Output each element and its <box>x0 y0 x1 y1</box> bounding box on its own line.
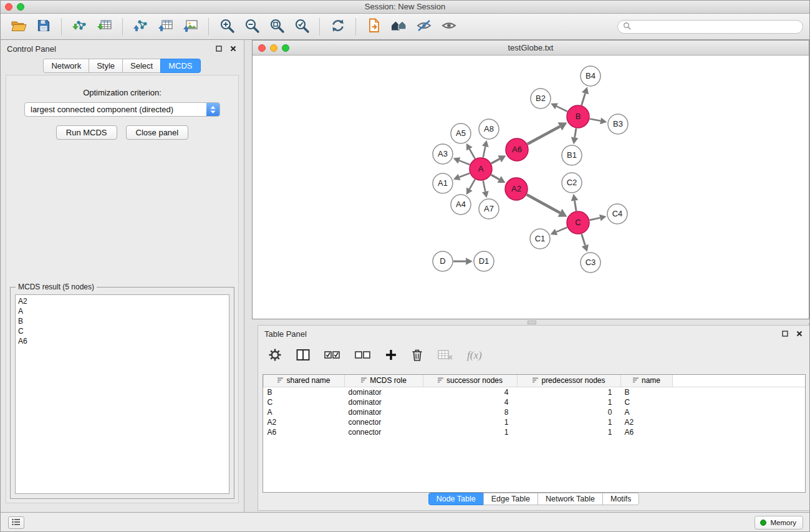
result-item[interactable]: A6 <box>18 336 226 346</box>
table-cell[interactable]: connector <box>345 417 423 427</box>
tab-node-table[interactable]: Node Table <box>428 493 484 505</box>
hide-graphics-button[interactable] <box>412 16 435 37</box>
table-cell[interactable]: 4 <box>423 387 518 397</box>
tab-motifs[interactable]: Motifs <box>602 493 639 505</box>
open-session-button[interactable] <box>7 16 30 37</box>
table-cell[interactable]: 1 <box>423 417 518 427</box>
export-image-button[interactable] <box>179 16 202 37</box>
table-cell[interactable]: A6 <box>264 427 345 437</box>
result-item[interactable]: A2 <box>18 296 226 306</box>
edge-A6-B[interactable] <box>528 127 560 144</box>
network-window-titlebar[interactable]: testGlobe.txt <box>253 41 809 56</box>
table-cell[interactable]: B <box>264 387 345 397</box>
table-cell[interactable]: 0 <box>518 407 621 417</box>
column-header-name[interactable]: name <box>621 375 673 387</box>
table-cell[interactable]: B <box>621 387 673 397</box>
table-cell[interactable]: 1 <box>518 397 621 407</box>
memory-button[interactable]: Memory <box>755 516 803 530</box>
table-cell[interactable]: 1 <box>518 387 621 397</box>
table-cell[interactable]: 1 <box>518 427 621 437</box>
edge-A-A5[interactable] <box>470 149 475 159</box>
zoom-selected-button[interactable] <box>290 16 313 37</box>
save-session-button[interactable] <box>32 16 55 37</box>
table-cell[interactable]: A6 <box>621 427 673 437</box>
table-row[interactable]: A2connector11A2 <box>264 417 806 427</box>
tab-style[interactable]: Style <box>89 59 123 73</box>
close-panel-button-2[interactable]: Close panel <box>126 125 189 140</box>
show-graphics-button[interactable] <box>437 16 460 37</box>
edge-B-B1[interactable] <box>575 128 576 138</box>
table-cell[interactable]: 1 <box>423 427 518 437</box>
tab-select[interactable]: Select <box>122 59 161 73</box>
export-network-button[interactable] <box>129 16 152 37</box>
result-item[interactable]: C <box>18 326 226 336</box>
show-columns-button[interactable] <box>296 346 310 365</box>
edge-B-B4[interactable] <box>582 94 586 105</box>
table-row[interactable]: Bdominator41B <box>264 387 806 397</box>
table-cell[interactable]: C <box>621 397 673 407</box>
column-header-successor-nodes[interactable]: successor nodes <box>423 375 518 387</box>
refresh-button[interactable] <box>326 16 349 37</box>
edge-C-C4[interactable] <box>590 218 600 220</box>
table-cell[interactable]: A2 <box>264 417 345 427</box>
close-panel-button[interactable] <box>229 44 238 53</box>
column-header-shared-name[interactable]: shared name <box>264 375 345 387</box>
task-history-button[interactable] <box>8 516 24 529</box>
column-header-predecessor-nodes[interactable]: predecessor nodes <box>518 375 621 387</box>
table-cell[interactable]: 8 <box>423 407 518 417</box>
table-settings-button[interactable] <box>268 346 282 365</box>
zoom-window-button[interactable] <box>17 3 24 11</box>
table-cell[interactable]: 4 <box>423 397 518 407</box>
table-cell[interactable]: dominator <box>345 407 423 417</box>
edge-A-A8[interactable] <box>483 147 486 158</box>
table-cell[interactable]: C <box>264 397 345 407</box>
import-network-button[interactable] <box>68 16 91 37</box>
table-cell[interactable]: dominator <box>345 387 423 397</box>
result-item[interactable]: B <box>18 316 226 326</box>
table-row[interactable]: Adominator80A <box>264 407 806 417</box>
edge-B-B2[interactable] <box>557 106 567 111</box>
network-zoom-button[interactable] <box>282 44 289 52</box>
zoom-fit-button[interactable] <box>265 16 288 37</box>
edge-A-A6[interactable] <box>491 159 500 163</box>
tab-mcds[interactable]: MCDS <box>160 59 200 73</box>
edge-C-C1[interactable] <box>556 227 567 231</box>
select-all-button[interactable] <box>324 346 340 365</box>
edge-A-A2[interactable] <box>491 175 499 179</box>
close-window-button[interactable] <box>5 3 12 11</box>
deselect-all-button[interactable] <box>355 346 371 365</box>
network-close-button[interactable] <box>258 44 266 52</box>
edge-A-A7[interactable] <box>483 181 486 192</box>
result-item[interactable]: A <box>18 306 226 316</box>
search-input[interactable] <box>634 22 798 31</box>
delete-table-button[interactable] <box>438 346 453 365</box>
network-minimize-button[interactable] <box>270 44 277 52</box>
delete-column-button[interactable] <box>411 346 423 365</box>
zoom-out-button[interactable] <box>240 16 263 37</box>
edge-A-A4[interactable] <box>470 180 475 190</box>
table-cell[interactable]: 1 <box>518 417 621 427</box>
panel-splitter-handle[interactable] <box>528 321 536 324</box>
criterion-select[interactable]: largest connected component (directed) <box>24 102 220 117</box>
open-recent-button[interactable] <box>362 16 385 37</box>
float-panel-button[interactable] <box>215 44 223 53</box>
table-cell[interactable]: A <box>264 407 345 417</box>
zoom-in-button[interactable] <box>215 16 238 37</box>
edge-C-C2[interactable] <box>574 201 576 211</box>
edge-C-C3[interactable] <box>582 234 586 245</box>
tab-network-table[interactable]: Network Table <box>538 493 603 505</box>
table-cell[interactable]: dominator <box>345 397 423 407</box>
edge-A-A1[interactable] <box>460 173 470 177</box>
tab-network[interactable]: Network <box>43 59 89 73</box>
network-canvas[interactable]: B4B2BB3A8A5A6A3B1AC2A1A2A4A7C4CC1C3DD1 <box>253 56 809 319</box>
close-table-panel-button[interactable] <box>795 329 804 338</box>
table-row[interactable]: A6connector11A6 <box>264 427 806 437</box>
export-table-button[interactable] <box>154 16 177 37</box>
run-mcds-button[interactable]: Run MCDS <box>56 125 117 140</box>
add-column-button[interactable] <box>385 346 397 365</box>
edge-A-A3[interactable] <box>459 160 470 165</box>
column-header-MCDS-role[interactable]: MCDS role <box>345 375 423 387</box>
table-cell[interactable]: A <box>621 407 673 417</box>
float-table-panel-button[interactable] <box>781 329 789 338</box>
edge-B-B3[interactable] <box>590 119 600 121</box>
